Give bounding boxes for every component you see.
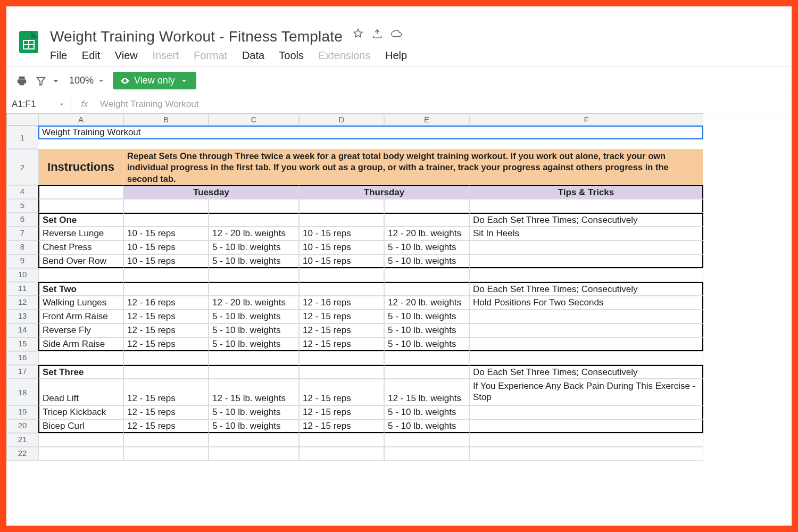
cell[interactable]: [38, 447, 123, 461]
cell[interactable]: 5 - 10 lb. weights: [209, 323, 299, 337]
row-header[interactable]: 21: [6, 433, 38, 447]
cell[interactable]: [38, 351, 123, 365]
cell[interactable]: [469, 323, 703, 337]
cell[interactable]: [123, 213, 209, 227]
cell[interactable]: Do Each Set Three Times; Consecutively: [469, 365, 703, 379]
col-header[interactable]: D: [299, 113, 384, 126]
row-header[interactable]: 2: [6, 149, 38, 185]
cell[interactable]: 12 - 20 lb. weights: [209, 296, 299, 310]
document-title[interactable]: Weight Training Workout - Fitness Templa…: [50, 28, 343, 45]
cell[interactable]: [469, 268, 703, 282]
cell[interactable]: [123, 447, 209, 461]
menu-tools[interactable]: Tools: [279, 49, 304, 61]
cell[interactable]: [384, 447, 469, 461]
cell[interactable]: 12 - 16 reps: [123, 296, 209, 310]
cell[interactable]: 12 - 15 reps: [299, 310, 384, 323]
cell[interactable]: [384, 268, 469, 282]
cell[interactable]: [469, 199, 703, 213]
cell[interactable]: 10 - 15 reps: [299, 227, 384, 240]
cell[interactable]: Weight Training Workout: [38, 126, 703, 139]
spreadsheet-grid[interactable]: A B C D E F 1 Weight Training Workout 2 …: [6, 113, 792, 461]
cell[interactable]: [123, 199, 209, 213]
cell[interactable]: [209, 282, 299, 296]
cell[interactable]: Set Two: [38, 282, 123, 296]
menu-data[interactable]: Data: [242, 49, 264, 61]
cell[interactable]: [469, 310, 703, 323]
cell[interactable]: Tips & Tricks: [469, 185, 703, 199]
cell[interactable]: Do Each Set Three Times; Consecutively: [469, 282, 703, 296]
cell[interactable]: [209, 433, 299, 447]
cell[interactable]: Tricep Kickback: [38, 405, 123, 419]
cell[interactable]: 5 - 10 lb. weights: [209, 337, 299, 351]
cell[interactable]: [469, 254, 703, 268]
cell[interactable]: 5 - 10 lb. weights: [384, 323, 469, 337]
cell[interactable]: 5 - 10 lb. weights: [384, 337, 469, 351]
cell[interactable]: [299, 199, 384, 213]
cell[interactable]: Dead Lift: [38, 379, 123, 405]
formula-input[interactable]: Weight Training Workout: [98, 99, 199, 110]
cell[interactable]: Sit In Heels: [469, 227, 703, 240]
cell[interactable]: [209, 365, 299, 379]
row-header[interactable]: 6: [6, 213, 38, 227]
cell[interactable]: [38, 268, 123, 282]
cell[interactable]: [384, 433, 469, 447]
cell[interactable]: Bicep Curl: [38, 419, 123, 433]
cell[interactable]: [123, 282, 209, 296]
row-header[interactable]: 19: [6, 405, 38, 419]
cell[interactable]: 5 - 10 lb. weights: [209, 310, 299, 323]
cell[interactable]: [209, 199, 299, 213]
cloud-status-icon[interactable]: [390, 28, 402, 41]
filter-icon[interactable]: [35, 75, 47, 87]
menu-help[interactable]: Help: [385, 49, 407, 61]
cell[interactable]: 5 - 10 lb. weights: [384, 240, 469, 254]
cell[interactable]: [123, 365, 209, 379]
cell[interactable]: [209, 268, 299, 282]
cell[interactable]: [384, 351, 469, 365]
cell[interactable]: 5 - 10 lb. weights: [209, 240, 299, 254]
cell[interactable]: 10 - 15 reps: [123, 254, 209, 268]
cell[interactable]: 12 - 15 reps: [299, 323, 384, 337]
cell[interactable]: 12 - 15 reps: [123, 379, 209, 405]
row-header[interactable]: 17: [6, 365, 38, 379]
menu-view[interactable]: View: [115, 49, 138, 61]
view-only-button[interactable]: View only: [113, 72, 196, 89]
menu-file[interactable]: File: [50, 49, 67, 61]
col-header[interactable]: B: [123, 113, 209, 126]
row-header[interactable]: 18: [6, 379, 38, 405]
row-header[interactable]: 10: [6, 268, 38, 282]
cell[interactable]: 12 - 15 reps: [123, 405, 209, 419]
cell[interactable]: 10 - 15 reps: [123, 240, 209, 254]
cell[interactable]: Instructions: [38, 149, 123, 185]
cell[interactable]: [299, 282, 384, 296]
cell[interactable]: [469, 240, 703, 254]
cell[interactable]: [209, 351, 299, 365]
row-header[interactable]: 5: [6, 199, 38, 213]
cell[interactable]: 12 - 20 lb. weights: [384, 227, 469, 240]
cell[interactable]: 12 - 15 reps: [299, 337, 384, 351]
cell[interactable]: [123, 351, 209, 365]
cell[interactable]: 10 - 15 reps: [299, 240, 384, 254]
row-header[interactable]: 15: [6, 337, 38, 351]
row-header[interactable]: 8: [6, 240, 38, 254]
cell[interactable]: [209, 213, 299, 227]
name-box[interactable]: A1:F1: [6, 95, 71, 113]
cell[interactable]: 5 - 10 lb. weights: [384, 405, 469, 419]
cell[interactable]: 5 - 10 lb. weights: [209, 419, 299, 433]
cell[interactable]: 10 - 15 reps: [299, 254, 384, 268]
row-header[interactable]: 9: [6, 254, 38, 268]
row-header[interactable]: 1: [6, 126, 38, 149]
zoom-level[interactable]: 100%: [69, 75, 105, 86]
col-header[interactable]: E: [384, 113, 469, 126]
row-header[interactable]: 20: [6, 419, 38, 433]
cell[interactable]: Hold Positions For Two Seconds: [469, 296, 703, 310]
cell[interactable]: Side Arm Raise: [38, 337, 123, 351]
cell[interactable]: [469, 405, 703, 419]
cell[interactable]: 5 - 10 lb. weights: [384, 310, 469, 323]
cell[interactable]: Chest Press: [38, 240, 123, 254]
cell[interactable]: 12 - 20 lb. weights: [209, 227, 299, 240]
cell[interactable]: [38, 199, 123, 213]
cell[interactable]: Walking Lunges: [38, 296, 123, 310]
row-header[interactable]: 14: [6, 323, 38, 337]
cell[interactable]: Reverse Fly: [38, 323, 123, 337]
menu-edit[interactable]: Edit: [82, 49, 100, 61]
